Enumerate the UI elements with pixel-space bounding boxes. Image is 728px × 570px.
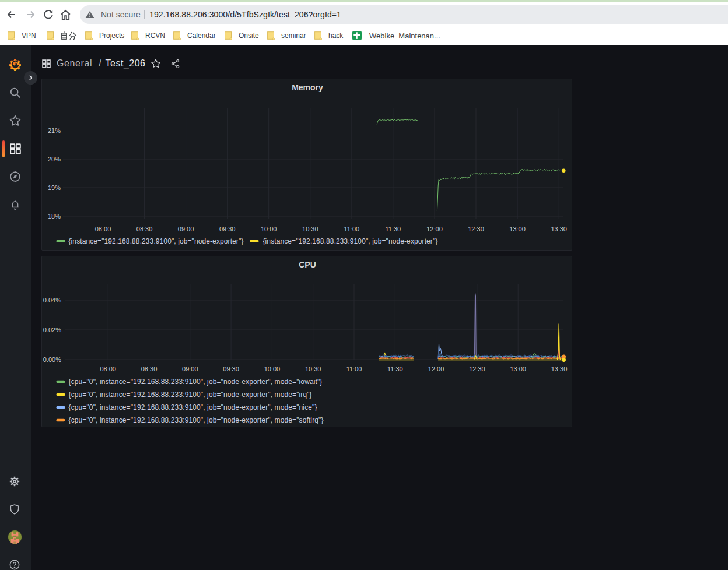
svg-text:0.02%: 0.02% bbox=[43, 326, 61, 333]
svg-text:CPU: CPU bbox=[299, 260, 316, 269]
svg-text:08:00: 08:00 bbox=[100, 365, 116, 372]
svg-text:09:30: 09:30 bbox=[219, 226, 236, 233]
svg-text:10:30: 10:30 bbox=[305, 365, 321, 372]
svg-text:13:00: 13:00 bbox=[510, 365, 526, 372]
svg-text:11:30: 11:30 bbox=[386, 226, 401, 233]
svg-text:09:00: 09:00 bbox=[178, 226, 194, 233]
svg-text:09:00: 09:00 bbox=[182, 365, 198, 372]
svg-text:08:30: 08:30 bbox=[136, 226, 153, 233]
svg-text:08:00: 08:00 bbox=[95, 226, 111, 233]
svg-text:{instance="192.168.88.233:9100: {instance="192.168.88.233:9100", job="no… bbox=[69, 237, 244, 245]
svg-text:0.00%: 0.00% bbox=[43, 356, 61, 363]
svg-text:10:00: 10:00 bbox=[261, 226, 277, 233]
svg-text:12:00: 12:00 bbox=[426, 226, 443, 233]
svg-text:20%: 20% bbox=[48, 156, 61, 163]
svg-text:0.04%: 0.04% bbox=[43, 297, 61, 304]
svg-text:18%: 18% bbox=[48, 213, 61, 220]
svg-text:11:00: 11:00 bbox=[346, 365, 362, 372]
svg-text:12:30: 12:30 bbox=[469, 365, 485, 372]
svg-text:{cpu="0", instance="192.168.88: {cpu="0", instance="192.168.88.233:9100"… bbox=[69, 390, 312, 399]
svg-text:13:30: 13:30 bbox=[551, 226, 567, 233]
svg-text:Memory: Memory bbox=[292, 83, 323, 92]
svg-text:08:30: 08:30 bbox=[141, 365, 158, 372]
svg-text:12:00: 12:00 bbox=[428, 365, 444, 372]
svg-text:{instance="192.168.88.233:9100: {instance="192.168.88.233:9100", job="no… bbox=[263, 237, 438, 245]
svg-text:11:30: 11:30 bbox=[387, 365, 403, 372]
svg-text:19%: 19% bbox=[48, 184, 61, 191]
svg-text:13:30: 13:30 bbox=[551, 365, 568, 372]
svg-text:21%: 21% bbox=[48, 127, 61, 134]
svg-text:11:00: 11:00 bbox=[344, 226, 360, 233]
svg-text:{cpu="0", instance="192.168.88: {cpu="0", instance="192.168.88.233:9100"… bbox=[69, 403, 317, 411]
svg-text:10:30: 10:30 bbox=[302, 226, 318, 233]
svg-text:13:00: 13:00 bbox=[509, 226, 526, 233]
svg-text:10:00: 10:00 bbox=[264, 365, 281, 372]
svg-text:12:30: 12:30 bbox=[468, 226, 484, 233]
svg-text:{cpu="0", instance="192.168.88: {cpu="0", instance="192.168.88.233:9100"… bbox=[69, 416, 324, 424]
svg-text:09:30: 09:30 bbox=[223, 365, 239, 372]
svg-text:{cpu="0", instance="192.168.88: {cpu="0", instance="192.168.88.233:9100"… bbox=[69, 378, 323, 386]
